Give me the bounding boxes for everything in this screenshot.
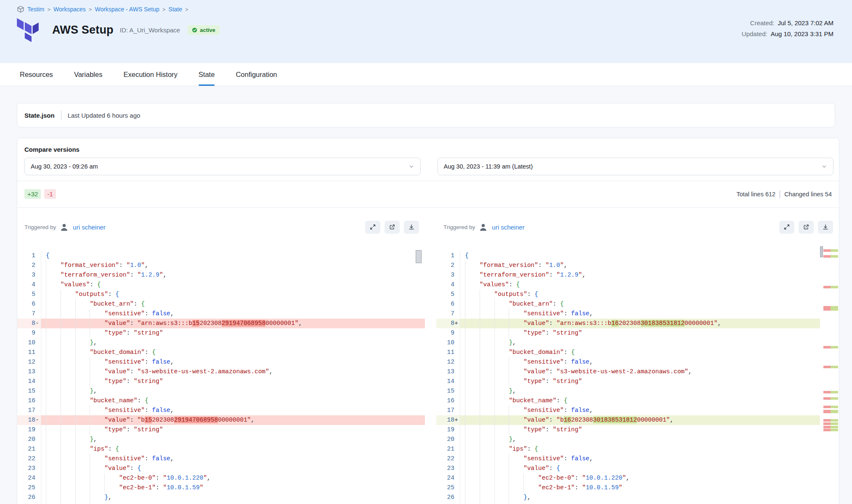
diff-marker xyxy=(454,377,459,386)
download-button[interactable] xyxy=(818,221,833,234)
breadcrumb: Testim>Workspaces>Workspace - AWS Setup>… xyxy=(17,5,833,13)
code-text: "sensitive": false, xyxy=(104,454,174,464)
expand-button[interactable] xyxy=(365,221,380,234)
code-line: 3"terraform_version": "1.2.9", xyxy=(436,270,820,280)
tab-resources[interactable]: Resources xyxy=(20,63,53,86)
line-gutter: 5 xyxy=(436,290,460,299)
code-text: "format_version": "1.0", xyxy=(61,261,149,270)
code-text: "value": "arn:aws:s3:::b1620230830183853… xyxy=(523,319,721,328)
breadcrumb-link-testim[interactable]: Testim xyxy=(27,6,44,13)
code-token: " xyxy=(203,475,207,481)
code-text: "type": [ xyxy=(523,502,556,504)
diff-marker xyxy=(35,464,40,473)
code-token: "type" xyxy=(104,426,126,433)
breadcrumb-link-workspaces[interactable]: Workspaces xyxy=(53,6,86,13)
code-token: 202308 xyxy=(571,417,593,423)
line-gutter: 20 xyxy=(17,435,41,444)
line-number: 6 xyxy=(32,299,35,309)
code-content: }, xyxy=(41,493,425,502)
code-token: { xyxy=(115,291,119,298)
code-token: "type" xyxy=(523,330,545,336)
line-number: 27 xyxy=(447,502,454,504)
code-content: "bucket_name": { xyxy=(41,396,425,406)
code-content: "value": "b1620230830183853181200000001"… xyxy=(460,415,820,425)
diff-changed-text: 291947068958 xyxy=(222,320,265,327)
code-token: { xyxy=(145,397,149,404)
panel-actions xyxy=(779,221,833,234)
code-text: }, xyxy=(104,493,111,502)
code-text: "terraform_version": "1.2.9", xyxy=(61,270,167,280)
tab-execution-history[interactable]: Execution History xyxy=(123,63,177,86)
code-token: , xyxy=(512,388,516,394)
expand-button[interactable] xyxy=(779,221,794,234)
code-token: "format_version" xyxy=(61,262,119,269)
check-icon xyxy=(192,27,197,33)
line-number: 12 xyxy=(447,357,454,367)
diff-marker xyxy=(454,406,459,415)
version-select-right[interactable]: Aug 30, 2023 - 11:39 am (Latest) xyxy=(438,158,834,175)
download-button[interactable] xyxy=(404,221,419,234)
code-token: : xyxy=(134,301,141,307)
code-line: 22"sensitive": false, xyxy=(17,454,425,464)
line-gutter: 8+ xyxy=(436,319,460,328)
open-in-new-button[interactable] xyxy=(385,221,400,234)
code-line: 12"sensitive": false, xyxy=(17,357,425,367)
diff-marker xyxy=(454,357,459,367)
line-gutter: 3 xyxy=(17,270,41,280)
code-token: , xyxy=(269,368,273,375)
open-in-new-button[interactable] xyxy=(799,221,814,234)
breadcrumb-separator: > xyxy=(162,6,166,13)
scrollbar-thumb[interactable] xyxy=(820,246,823,257)
code-token: : xyxy=(145,455,152,462)
code-token: "type" xyxy=(523,426,545,433)
total-lines: Total lines 612 xyxy=(736,191,775,198)
code-content: "type": "string" xyxy=(41,377,425,386)
code-line: 18+"value": "b16202308301838531812000000… xyxy=(436,415,820,425)
line-gutter: 6 xyxy=(17,299,41,309)
code-line: 5"outputs": { xyxy=(436,290,820,299)
triggered-by-user-link[interactable]: uri scheiner xyxy=(492,224,525,231)
code-line: 7"sensitive": false, xyxy=(436,309,820,319)
code-line: 13"value": "s3-website-us-west-2.amazona… xyxy=(436,367,820,377)
code-token: false xyxy=(571,310,589,317)
removed-lines-badge: -1 xyxy=(44,189,56,199)
breadcrumb-link-workspace-aws-setup[interactable]: Workspace - AWS Setup xyxy=(95,6,159,13)
breadcrumb-link-state[interactable]: State xyxy=(168,6,182,13)
line-number: 18 xyxy=(28,415,35,425)
diff-panel-right: Triggered byuri scheiner1{2"format_versi… xyxy=(436,208,839,504)
tab-variables[interactable]: Variables xyxy=(74,63,103,86)
code-token: "string" xyxy=(134,426,163,433)
line-number: 9 xyxy=(32,328,35,338)
code-text: "sensitive": false, xyxy=(523,309,593,319)
indent-guides xyxy=(465,290,480,299)
diff-mark-removed xyxy=(823,255,831,258)
code-text: }, xyxy=(509,435,516,444)
indent-guides xyxy=(465,406,510,415)
code-token: } xyxy=(104,494,108,501)
code-token: , xyxy=(207,475,211,481)
code-line: 16"bucket_name": { xyxy=(17,396,425,406)
version-select-left[interactable]: Aug 30, 2023 - 09:26 am xyxy=(24,158,421,175)
code-content: "outputs": { xyxy=(460,290,820,299)
line-number: 17 xyxy=(447,406,454,415)
line-number: 14 xyxy=(447,377,454,386)
cube-icon xyxy=(17,5,24,13)
code-line: 4"values": { xyxy=(436,280,820,290)
code-line: 2"format_version": "1.0", xyxy=(436,261,820,270)
divider xyxy=(780,190,780,198)
code-token: , xyxy=(93,388,97,394)
triggered-by-user-link[interactable]: uri scheiner xyxy=(73,224,106,231)
diff-marker xyxy=(35,328,40,338)
code-line: 11"bucket_domain": { xyxy=(436,348,820,357)
scrollbar-thumb[interactable] xyxy=(416,250,422,263)
tab-state[interactable]: State xyxy=(199,63,215,86)
code-token: , xyxy=(170,407,174,414)
tab-configuration[interactable]: Configuration xyxy=(236,63,277,86)
code-token: : xyxy=(108,291,115,298)
code-token: 10.0.1.220 xyxy=(586,475,622,481)
line-gutter: 23 xyxy=(436,464,460,473)
diff-marker xyxy=(35,367,40,377)
line-number: 13 xyxy=(28,367,35,377)
diff-marker xyxy=(35,270,40,280)
code-content: "ips": { xyxy=(460,444,820,454)
